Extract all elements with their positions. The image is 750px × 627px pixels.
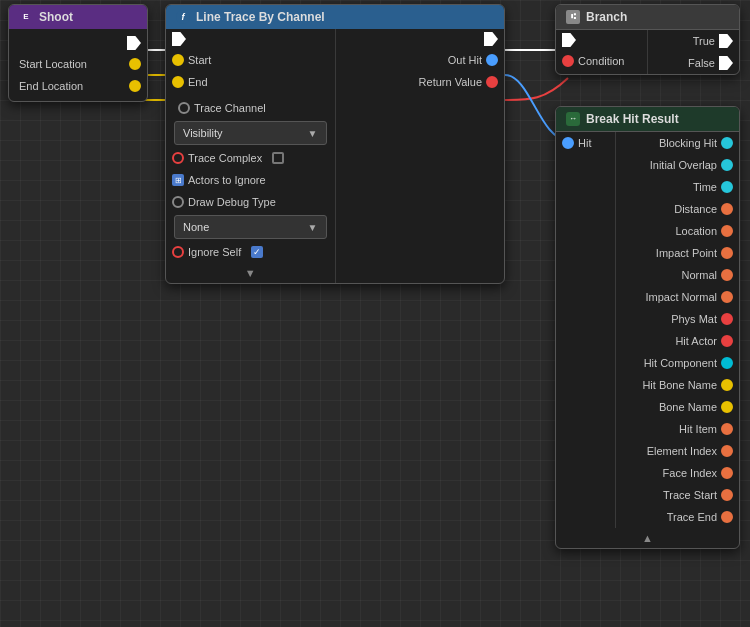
branch-icon: ⑆ [566, 10, 580, 24]
trace-channel-arrow: ▼ [308, 128, 318, 139]
location-pin[interactable] [721, 225, 733, 237]
hit-component-pin[interactable] [721, 357, 733, 369]
draw-debug-value: None [183, 221, 209, 233]
location-label: Location [675, 225, 717, 237]
ignore-self-label: Ignore Self [188, 246, 241, 258]
false-pin[interactable] [719, 56, 733, 70]
normal-pin[interactable] [721, 269, 733, 281]
blocking-hit-pin[interactable] [721, 137, 733, 149]
impact-point-pin[interactable] [721, 247, 733, 259]
hit-input-pin[interactable] [562, 137, 574, 149]
bone-name-row: Bone Name [616, 396, 739, 418]
hit-component-label: Hit Component [644, 357, 717, 369]
line-trace-header: f Line Trace By Channel [166, 5, 504, 29]
hit-actor-pin[interactable] [721, 335, 733, 347]
draw-debug-dropdown[interactable]: None ▼ [174, 215, 327, 239]
bone-name-pin[interactable] [721, 401, 733, 413]
branch-exec-in-row [556, 30, 647, 50]
shoot-exec-out-pin[interactable] [127, 36, 141, 50]
draw-debug-pin[interactable] [172, 196, 184, 208]
hit-bone-name-row: Hit Bone Name [616, 374, 739, 396]
shoot-node: E Shoot Start Location End Location [8, 4, 148, 102]
trace-exec-out-pin[interactable] [484, 32, 498, 46]
distance-label: Distance [674, 203, 717, 215]
trace-exec-in-pin[interactable] [172, 32, 186, 46]
trace-channel-dropdown[interactable]: Visibility ▼ [174, 121, 327, 145]
trace-end-out-label: Trace End [667, 511, 717, 523]
hit-actor-row: Hit Actor [616, 330, 739, 352]
out-hit-label: Out Hit [448, 54, 482, 66]
end-location-row: End Location [9, 75, 147, 97]
branch-header: ⑆ Branch [556, 5, 739, 30]
trace-start-out-row: Trace Start [616, 484, 739, 506]
shoot-exec-row [9, 33, 147, 53]
true-label: True [693, 35, 715, 47]
ignore-self-row: Ignore Self ✓ [166, 241, 335, 263]
true-pin[interactable] [719, 34, 733, 48]
hit-bone-name-pin[interactable] [721, 379, 733, 391]
blocking-hit-label: Blocking Hit [659, 137, 717, 149]
false-row: False [648, 52, 739, 74]
break-hit-node: ↔ Break Hit Result Hit Blocking Hit Init… [555, 106, 740, 549]
trace-start-pin[interactable] [172, 54, 184, 66]
initial-overlap-row: Initial Overlap [616, 154, 739, 176]
bone-name-label: Bone Name [659, 401, 717, 413]
branch-exec-in-pin[interactable] [562, 33, 576, 47]
trace-start-out-pin[interactable] [721, 489, 733, 501]
hit-actor-label: Hit Actor [675, 335, 717, 347]
element-index-row: Element Index [616, 440, 739, 462]
hit-item-row: Hit Item [616, 418, 739, 440]
face-index-pin[interactable] [721, 467, 733, 479]
hit-label: Hit [578, 137, 591, 149]
hit-item-pin[interactable] [721, 423, 733, 435]
time-pin[interactable] [721, 181, 733, 193]
distance-pin[interactable] [721, 203, 733, 215]
trace-complex-label: Trace Complex [188, 152, 262, 164]
trace-exec-in-row [166, 29, 335, 49]
normal-label: Normal [682, 269, 717, 281]
hit-item-label: Hit Item [679, 423, 717, 435]
trace-channel-pin[interactable] [178, 102, 190, 114]
line-trace-node: f Line Trace By Channel Start End T [165, 4, 505, 284]
ignore-self-checkbox[interactable]: ✓ [251, 246, 263, 258]
expand-arrow-trace[interactable]: ▼ [166, 263, 335, 283]
draw-debug-pin-row: Draw Debug Type [166, 191, 335, 213]
trace-channel-value: Visibility [183, 127, 223, 139]
initial-overlap-pin[interactable] [721, 159, 733, 171]
trace-complex-row: Trace Complex [166, 147, 335, 169]
trace-end-row: End [166, 71, 335, 93]
branch-title: Branch [586, 10, 627, 24]
end-location-pin[interactable] [129, 80, 141, 92]
false-label: False [688, 57, 715, 69]
condition-row: Condition [556, 50, 647, 72]
impact-point-label: Impact Point [656, 247, 717, 259]
location-row: Location [616, 220, 739, 242]
draw-debug-label: Draw Debug Type [188, 196, 276, 208]
impact-normal-pin[interactable] [721, 291, 733, 303]
trace-complex-checkbox[interactable] [272, 152, 284, 164]
branch-node: ⑆ Branch Condition True False [555, 4, 740, 75]
condition-label: Condition [578, 55, 624, 67]
return-value-label: Return Value [419, 76, 482, 88]
func-icon: f [176, 10, 190, 24]
phys-mat-pin[interactable] [721, 313, 733, 325]
trace-channel-pin-row: Trace Channel [172, 97, 329, 119]
expand-arrow-hit[interactable]: ▲ [556, 528, 739, 548]
trace-channel-label: Trace Channel [194, 102, 266, 114]
condition-pin[interactable] [562, 55, 574, 67]
true-row: True [648, 30, 739, 52]
start-location-pin[interactable] [129, 58, 141, 70]
trace-complex-pin[interactable] [172, 152, 184, 164]
actors-ignore-icon: ⊞ [172, 174, 184, 186]
out-hit-row: Out Hit [336, 49, 505, 71]
out-hit-pin[interactable] [486, 54, 498, 66]
trace-end-out-pin[interactable] [721, 511, 733, 523]
return-value-pin[interactable] [486, 76, 498, 88]
face-index-row: Face Index [616, 462, 739, 484]
line-trace-title: Line Trace By Channel [196, 10, 325, 24]
trace-end-pin[interactable] [172, 76, 184, 88]
time-label: Time [693, 181, 717, 193]
impact-normal-row: Impact Normal [616, 286, 739, 308]
ignore-self-pin[interactable] [172, 246, 184, 258]
element-index-pin[interactable] [721, 445, 733, 457]
